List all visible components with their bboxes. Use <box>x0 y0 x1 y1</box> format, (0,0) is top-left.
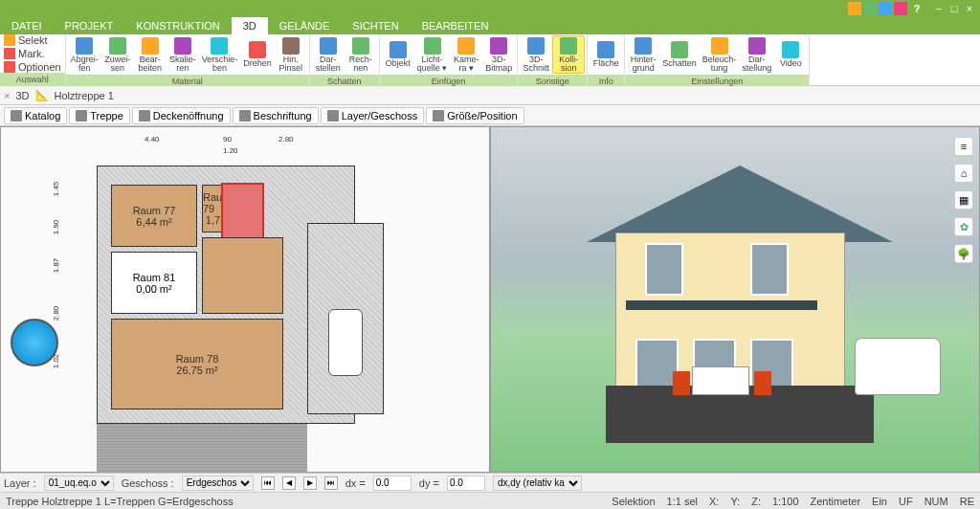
ribbon-button[interactable]: Bear-beiten <box>134 35 167 74</box>
tool-icon <box>76 37 93 55</box>
document-bar: × 3D 📐 Holztreppe 1 <box>0 86 980 105</box>
tree-icon[interactable]: 🌳 <box>954 244 973 263</box>
tool-icon <box>527 37 545 55</box>
workspace: 4.40 90 2.80 1.20 Raum 776,44 m² Raum 79… <box>0 126 980 473</box>
tab-konstruktion[interactable]: KONSTRUKTION <box>124 17 231 34</box>
optionen-button[interactable]: Optionen <box>4 60 61 74</box>
tab-3d[interactable]: 3D <box>232 17 268 34</box>
color-swatch-icon[interactable] <box>879 2 892 15</box>
ribbon-button[interactable]: Licht-quelle ▾ <box>414 35 451 74</box>
dx-input[interactable] <box>373 476 412 491</box>
x-label: X: <box>709 496 719 507</box>
dy-label: dy = <box>419 477 439 489</box>
ribbon-button[interactable]: Video <box>774 35 807 74</box>
tool-icon <box>671 41 688 58</box>
minimize-icon[interactable]: − <box>932 2 946 15</box>
tool-icon <box>282 37 300 55</box>
ribbon-button[interactable]: Skalie-ren <box>167 35 199 74</box>
ribbon-button[interactable]: Kame-ra ▾ <box>450 35 482 74</box>
nav-prev-icon[interactable]: ◀ <box>282 476 296 490</box>
ribbon-button[interactable]: Hinter-grund <box>627 35 659 74</box>
selekt-button[interactable]: Selekt <box>4 33 61 47</box>
ribbon-button[interactable]: Rech-nen <box>345 35 377 74</box>
view-tools: ≡ ⌂ ▦ ✿ 🌳 <box>954 137 973 263</box>
color-swatch-icon[interactable] <box>863 2 877 15</box>
close-icon[interactable]: × <box>963 2 976 15</box>
nav-next-icon[interactable]: ▶ <box>303 476 317 490</box>
text-icon <box>239 110 251 122</box>
uf-label: UF <box>899 496 913 507</box>
car-3d <box>855 338 941 395</box>
dx-label: dx = <box>345 477 366 489</box>
title-bar: ? − □ × <box>0 0 980 17</box>
groesse-button[interactable]: Größe/Position <box>426 107 523 124</box>
ratio-label: 1:1 sel <box>667 496 698 507</box>
ribbon-button[interactable]: 3D-Bitmap <box>482 35 515 74</box>
unit-label: Zentimeter <box>811 496 861 507</box>
ribbon-button[interactable]: 3D-Schnitt <box>520 35 552 74</box>
coordinates-bar: Layer : 01_uq.eq.o Geschoss : Erdgeschos… <box>0 473 980 492</box>
treppe-button[interactable]: Treppe <box>69 107 129 124</box>
layer-button[interactable]: Layer/Geschoss <box>321 107 424 124</box>
3d-view[interactable]: ≡ ⌂ ▦ ✿ 🌳 <box>490 126 980 473</box>
color-swatch-icon[interactable] <box>848 2 861 15</box>
ribbon-button[interactable]: Schatten <box>659 35 700 74</box>
house-model <box>577 146 902 453</box>
house-icon[interactable]: ⌂ <box>954 164 973 183</box>
room-77: Raum 776,44 m² <box>111 185 197 247</box>
ribbon-button[interactable]: Abgrei-fen <box>68 35 101 74</box>
ribbon-button[interactable]: Fläche <box>590 35 622 74</box>
nav-last-icon[interactable]: ⏭ <box>324 476 338 490</box>
dim-label: 2.80 <box>52 306 60 321</box>
ribbon-button[interactable]: Beleuch-tung <box>700 35 740 74</box>
leaf-icon[interactable]: ✿ <box>954 217 973 236</box>
room-area <box>202 237 283 314</box>
coord-mode-select[interactable]: dx,dy (relativ ka <box>493 476 582 491</box>
ribbon-button[interactable]: Objekt <box>382 35 414 74</box>
color-swatch-icon[interactable] <box>894 2 907 15</box>
context-toolbar: Katalog Treppe Deckenöffnung Beschriftun… <box>0 105 980 126</box>
chair <box>754 371 771 395</box>
tab-projekt[interactable]: PROJEKT <box>54 17 125 34</box>
layers-icon[interactable]: ≡ <box>954 137 973 156</box>
maximize-icon[interactable]: □ <box>947 2 961 15</box>
katalog-button[interactable]: Katalog <box>4 107 67 124</box>
staircase-selected[interactable] <box>221 183 264 240</box>
dim-label: 1.20 <box>223 146 238 155</box>
ribbon-button[interactable]: Hin.Pinsel <box>275 35 307 74</box>
dim-label: 1.87 <box>52 258 60 274</box>
ribbon-button[interactable]: Dar-stellung <box>739 35 774 74</box>
tool-icon <box>390 41 407 58</box>
tool-icon <box>782 41 799 58</box>
mark-button[interactable]: Mark. <box>4 47 61 60</box>
ribbon-button[interactable]: Dar-stellen <box>312 35 345 74</box>
geschoss-select[interactable]: Erdgeschos <box>182 476 254 491</box>
table <box>692 366 749 395</box>
beschriftung-button[interactable]: Beschriftung <box>233 107 319 124</box>
deckenoeffnung-button[interactable]: Deckenöffnung <box>132 107 231 124</box>
tool-icon <box>457 37 475 55</box>
tool-icon <box>635 37 652 55</box>
dim-label: 1.90 <box>52 220 60 235</box>
tab-gelaende[interactable]: GELÄNDE <box>268 17 342 34</box>
floorplan-view[interactable]: 4.40 90 2.80 1.20 Raum 776,44 m² Raum 79… <box>0 126 490 473</box>
tab-datei[interactable]: DATEI <box>0 17 54 34</box>
grid-icon[interactable]: ▦ <box>954 190 973 210</box>
help-icon[interactable]: ? <box>909 1 924 16</box>
layer-select[interactable]: 01_uq.eq.o <box>44 476 114 491</box>
ribbon-button[interactable]: Kolli-sion <box>552 35 585 74</box>
ribbon-button[interactable]: Verschie-ben <box>199 35 241 74</box>
dim-label: 1.02 <box>52 354 60 369</box>
dy-input[interactable] <box>447 476 485 491</box>
menu-bar: DATEI PROJEKT KONSTRUKTION 3D GELÄNDE SI… <box>0 17 980 34</box>
ribbon-button[interactable]: Drehen <box>240 35 275 74</box>
tool-icon <box>352 37 369 55</box>
tab-bearbeiten[interactable]: BEARBEITEN <box>411 17 501 34</box>
tool-icon <box>711 37 728 55</box>
close-view-icon[interactable]: × <box>4 90 10 101</box>
tool-icon <box>249 41 266 58</box>
tab-sichten[interactable]: SICHTEN <box>341 17 410 34</box>
nav-first-icon[interactable]: ⏮ <box>261 476 275 490</box>
dim-label: 90 <box>223 135 232 144</box>
ribbon-button[interactable]: Zuwei-sen <box>101 35 134 74</box>
